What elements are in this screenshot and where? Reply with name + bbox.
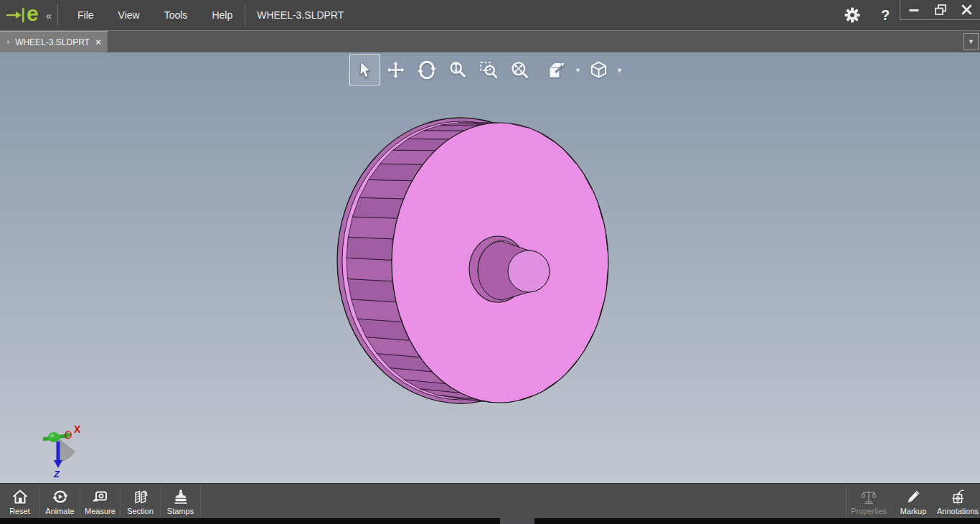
stamp-icon: [171, 488, 190, 505]
restore-icon: [935, 4, 946, 15]
help-button[interactable]: ?: [874, 4, 897, 27]
question-mark-icon: ?: [881, 7, 890, 24]
menu-item-tools[interactable]: Tools: [152, 5, 200, 25]
markup-pencil-icon: [904, 488, 923, 505]
menu-bar: File View Tools Help: [58, 5, 245, 25]
measure-label: Measure: [85, 507, 116, 515]
stamps-button[interactable]: Stamps: [161, 484, 200, 518]
reset-button[interactable]: Reset: [0, 484, 39, 518]
cursor-arrow-icon: [357, 61, 374, 80]
animate-icon: [51, 488, 70, 505]
gear-icon: [844, 7, 860, 23]
window-controls: [900, 0, 980, 20]
minimize-icon: [909, 5, 919, 15]
edrawings-logo-e: e: [27, 3, 39, 24]
edrawings-window: e « File View Tools Help WHEEL-3.SLDPRT: [0, 0, 980, 524]
select-tool-button[interactable]: [349, 55, 380, 85]
triad-z-label: Z: [53, 469, 60, 479]
tab-wheel-3[interactable]: WHEEL-3.SLDPRT ✕: [0, 31, 108, 52]
model-viewport[interactable]: ▼ ▼: [0, 52, 980, 484]
triad-x-label: X: [74, 424, 81, 435]
bottom-toolbar-spacer: [201, 484, 846, 518]
measure-button[interactable]: Measure: [80, 484, 120, 518]
triad-sphere-wedge: [58, 439, 75, 462]
part-document-icon: [6, 37, 10, 47]
drawing-views-cube-icon: [547, 60, 567, 80]
reset-label: Reset: [9, 507, 30, 515]
markup-label: Markup: [900, 507, 927, 515]
title-bar: e « File View Tools Help WHEEL-3.SLDPRT: [0, 0, 980, 31]
menu-item-help[interactable]: Help: [199, 5, 245, 25]
view-orientation-button[interactable]: [583, 55, 614, 85]
home-icon: [11, 488, 29, 505]
bottom-toolbar: Reset Animate Measure: [0, 484, 980, 518]
close-button[interactable]: [953, 0, 980, 19]
animate-button[interactable]: Animate: [40, 484, 80, 518]
section-icon: [131, 488, 150, 505]
menu-item-view[interactable]: View: [106, 5, 152, 25]
zoom-area-icon: [479, 61, 498, 80]
annotations-label: Annotations: [937, 507, 979, 515]
document-title: WHEEL-3.SLDPRT: [245, 9, 344, 21]
model-orientation-button[interactable]: [542, 55, 573, 85]
view-orientation-dropdown[interactable]: ▼: [614, 55, 625, 85]
rotate-tool-button[interactable]: [411, 55, 442, 85]
minimize-button[interactable]: [900, 0, 927, 19]
orientation-triad: X Z: [34, 420, 86, 479]
hub-cap: [508, 251, 550, 292]
settings-button[interactable]: [841, 4, 864, 27]
animate-label: Animate: [45, 507, 74, 515]
taskbar-edge-segment: [500, 518, 534, 524]
tab-label: WHEEL-3.SLDPRT: [15, 37, 90, 47]
edrawings-logo: e: [0, 0, 43, 30]
tab-close-icon[interactable]: ✕: [95, 37, 102, 47]
section-button[interactable]: Section: [121, 484, 160, 518]
annotations-icon: [948, 488, 967, 505]
model-orientation-dropdown[interactable]: ▼: [573, 55, 583, 85]
edrawings-arrow-icon: [6, 6, 26, 24]
close-icon: [961, 4, 972, 15]
restore-button[interactable]: [927, 0, 953, 19]
pan-tool-button[interactable]: [380, 55, 411, 85]
rotate-arrows-icon: [417, 60, 437, 80]
measure-tape-icon: [91, 488, 110, 505]
zoom-fit-icon: [510, 61, 529, 80]
view-cube-icon: [589, 60, 608, 80]
markup-button[interactable]: Markup: [891, 484, 936, 518]
wheel-3d-model[interactable]: [323, 106, 624, 415]
zoom-area-tool-button[interactable]: [473, 55, 504, 85]
collapse-menu-chevron[interactable]: «: [43, 9, 57, 22]
stamps-label: Stamps: [167, 507, 194, 515]
view-toolbar: ▼ ▼: [349, 55, 625, 85]
tab-bar: WHEEL-3.SLDPRT ✕ ▼: [0, 31, 980, 52]
annotations-button[interactable]: Annotations: [936, 484, 980, 518]
zoom-tool-button[interactable]: [442, 55, 473, 85]
properties-label: Properties: [851, 507, 887, 515]
menu-item-file[interactable]: File: [65, 5, 106, 25]
section-label: Section: [127, 507, 154, 515]
properties-button: Properties: [847, 484, 891, 518]
taskbar-edge: [0, 518, 980, 524]
pan-arrows-icon: [386, 60, 405, 80]
zoom-in-out-icon: [448, 61, 467, 80]
zoom-fit-tool-button[interactable]: [504, 55, 534, 85]
properties-scale-icon: [859, 488, 878, 505]
tab-overflow-dropdown[interactable]: ▼: [963, 33, 979, 50]
